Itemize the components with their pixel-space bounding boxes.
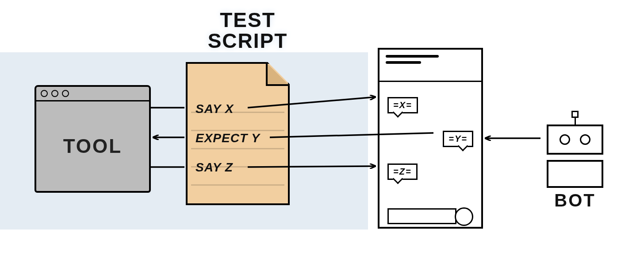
- tool-label: TOOL: [63, 135, 122, 157]
- chat-subtitle-line-icon: [386, 61, 421, 64]
- script-line-expect-y: EXPECT Y: [196, 131, 260, 145]
- bot-eye-icon: [560, 134, 570, 145]
- tool-window: TOOL: [34, 85, 151, 193]
- chat-bubble-x: =X=: [387, 97, 418, 113]
- bot-figure: BOT: [544, 111, 606, 210]
- tool-window-titlebar: [36, 87, 149, 101]
- bot-body-icon: [547, 160, 603, 188]
- chat-window: =X= =Y= =Z=: [378, 48, 483, 229]
- script-title-line1: TEST: [190, 10, 305, 31]
- script-line-say-x: SAY X: [196, 102, 234, 116]
- window-dot-icon: [41, 90, 48, 97]
- chat-send-button-icon: [455, 207, 473, 226]
- chat-title-line-icon: [386, 55, 439, 58]
- chat-input-placeholder-icon: [387, 208, 456, 224]
- script-title: TEST SCRIPT: [190, 10, 305, 51]
- bot-antenna-icon: [575, 117, 576, 125]
- chat-window-header: [380, 50, 481, 82]
- script-line-say-z: SAY Z: [196, 160, 233, 175]
- window-dot-icon: [51, 90, 58, 97]
- chat-window-body: =X= =Y= =Z=: [380, 82, 481, 232]
- bot-eye-icon: [580, 134, 590, 145]
- chat-bubble-y: =Y=: [443, 131, 473, 147]
- bot-label: BOT: [544, 191, 606, 210]
- chat-bubble-z: =Z=: [387, 163, 418, 180]
- test-script-document: SAY X EXPECT Y SAY Z: [186, 62, 290, 205]
- window-dot-icon: [62, 90, 69, 97]
- script-title-line2: SCRIPT: [190, 31, 305, 51]
- bot-head-icon: [547, 125, 603, 155]
- bot-antenna-tip-icon: [571, 111, 579, 118]
- tool-window-body: TOOL: [36, 101, 149, 191]
